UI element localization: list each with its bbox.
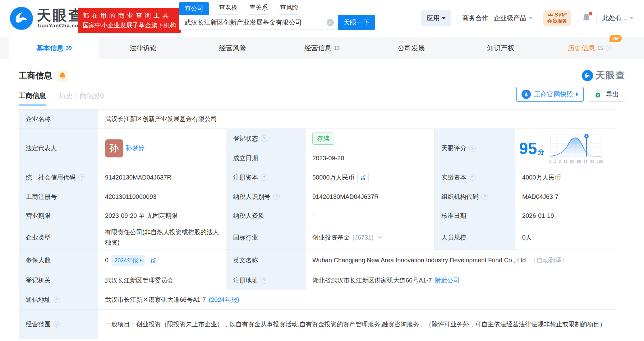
tianyan-score[interactable]: 95 分 (515, 129, 616, 168)
monitor-bell-button[interactable] (57, 70, 68, 82)
help-icon[interactable] (53, 297, 60, 303)
field-label: 注册资本 (226, 168, 306, 187)
help-icon[interactable] (606, 45, 612, 51)
help-icon[interactable] (261, 135, 267, 142)
notifications-bell-icon[interactable] (582, 13, 591, 23)
svip-membership-button[interactable]: SVIP 会员服务 (543, 10, 571, 26)
label-text: 国标行业 (233, 233, 258, 242)
reg-capital-value: 50000万人民币 (306, 168, 435, 187)
tab-operation-risk[interactable]: 经营风险 (188, 37, 277, 59)
divider (596, 14, 597, 22)
insured-trend-button[interactable] (148, 255, 159, 266)
tianyancha-logo-icon (582, 70, 593, 81)
apps-menu[interactable]: 应用 (421, 10, 451, 26)
search-tab-boss[interactable]: 查老板 (218, 3, 238, 15)
search-button[interactable]: 天眼一下 (338, 15, 375, 30)
value-text: 0 (105, 257, 108, 264)
label-text: 法定代表人 (26, 144, 57, 152)
value-text: 有限责任公司(非自然人投资或控股的法人独资) (105, 224, 219, 251)
field-label: 营业期限 (19, 206, 98, 225)
stamp-icon (522, 90, 531, 99)
excel-icon (595, 90, 603, 98)
help-icon[interactable] (78, 174, 85, 181)
field-label: 统一社会信用代码 (19, 168, 98, 187)
enterprise-products-menu[interactable]: 企业级产品 (494, 14, 532, 22)
tab-legal-proceedings[interactable]: 法律诉讼 (99, 37, 188, 59)
clear-search-icon[interactable] (327, 19, 334, 26)
tab-label: 法律诉讼 (130, 44, 157, 53)
annual-report-tag[interactable]: 2024年报 (111, 255, 145, 266)
tab-company-development[interactable]: 公司发展 (367, 37, 456, 59)
tab-history-info[interactable]: 历史信息 15 VIP (545, 37, 635, 59)
field-label: 纳税人资质 (226, 206, 306, 225)
reg-number-value: 420130110000093 (98, 187, 226, 206)
nearby-companies-link[interactable]: 附近公司 (435, 276, 460, 285)
field-label: 人员规模 (435, 225, 515, 250)
help-icon[interactable] (273, 194, 280, 200)
profile-label: 此处有... (602, 14, 627, 22)
help-icon[interactable] (261, 174, 267, 181)
subtab-business-info[interactable]: 工商信息 (19, 91, 46, 105)
help-icon[interactable] (53, 321, 60, 328)
capital-trend-button[interactable] (357, 172, 369, 183)
field-label: 工商注册号 (19, 187, 98, 206)
header-right-nav: 应用 商务合作 企业级产品 SVIP 会员服务 (421, 9, 633, 27)
score-value: 95 (519, 139, 537, 158)
business-coop-link[interactable]: 商务合作 (462, 14, 488, 22)
promo-line1: 都在用的商业查询工具 (83, 11, 176, 21)
subtab-history-business-info[interactable]: 历史工商信息0 (59, 91, 104, 105)
arrow-right-icon (140, 259, 142, 262)
crown-icon (548, 13, 553, 17)
value-text: 91420130MAD04J637R (105, 174, 172, 181)
label-text: 登记状态 (233, 134, 258, 143)
help-icon[interactable] (261, 277, 267, 284)
tianyancha-logo[interactable]: 天眼查 TianYanCha.com (10, 7, 84, 30)
label-text: 注册地址 (233, 276, 258, 285)
auto-translate-note: （自动翻译） (530, 256, 568, 264)
value-text: 0人 (522, 233, 532, 242)
business-scope-value: 一般项目：创业投资（限投资未上市企业），以自有资金从事投资活动,自有资金投资的资… (98, 310, 616, 339)
profile-menu[interactable]: 此处有... (602, 14, 633, 22)
search-input[interactable] (179, 15, 338, 30)
label-text: 人员规模 (441, 233, 466, 242)
taxpayer-quality-value: - (306, 206, 435, 225)
bell-icon (59, 72, 66, 79)
watermark-text: 天眼查 (596, 69, 625, 82)
tab-label: 经营风险 (219, 44, 246, 53)
company-nav-tabs: 基本信息 39 法律诉讼 经营风险 经营信息 13 公司发展 知识产权 历史信息… (0, 37, 644, 59)
score-distribution-chart: 0131550859799100 (548, 133, 605, 163)
label-text: 成立日期 (233, 154, 258, 162)
field-label: 天眼评分 (435, 129, 515, 168)
snapshot-label: 工商官网快照 (534, 90, 573, 99)
help-icon[interactable] (469, 145, 476, 152)
field-label: 注册地址 (226, 271, 306, 290)
label-text: 组织机构代码 (441, 193, 479, 201)
export-button[interactable]: 导出 (589, 87, 625, 102)
search-tab-risk[interactable]: 查风险 (279, 3, 299, 15)
value-text: 一般项目：创业投资（限投资未上市企业），以自有资金从事投资活动,自有资金投资的资… (105, 319, 606, 330)
search-tab-relation[interactable]: 查关系 (249, 3, 269, 15)
help-icon[interactable] (469, 174, 476, 181)
chevron-down-icon[interactable] (378, 236, 383, 239)
taxpayer-id-value: 91420130MAD04J637R (306, 187, 435, 206)
label-text: 天眼评分 (441, 144, 466, 152)
avatar[interactable]: 孙 (105, 139, 123, 157)
official-snapshot-button[interactable]: 工商官网快照 (516, 87, 584, 102)
legal-rep-link[interactable]: 孙梦婷 (126, 144, 145, 152)
value-text: 4000万人民币 (522, 173, 561, 182)
value-text: 91420130MAD04J637R (312, 193, 379, 200)
help-icon[interactable] (481, 194, 488, 200)
annual-report-link[interactable]: (2024年报) (209, 296, 239, 304)
tab-intellectual-property[interactable]: 知识产权 (456, 37, 545, 59)
search-tab-company[interactable]: 查公司 (179, 2, 209, 15)
tab-count: 13 (334, 45, 340, 51)
enterprise-label: 企业级产品 (494, 14, 526, 22)
export-label: 导出 (606, 90, 619, 99)
tab-operation-info[interactable]: 经营信息 13 (277, 37, 366, 59)
paid-capital-value: 4000万人民币 (515, 168, 616, 187)
chevron-down-icon (529, 17, 532, 19)
tab-basic-info[interactable]: 基本信息 39 (9, 37, 99, 59)
value-text: 420130110000093 (105, 193, 156, 200)
promo-banner: 都在用的商业查询工具 国家中小企业发展子基金旗下机构 (78, 8, 181, 33)
notification-dot (589, 12, 592, 15)
